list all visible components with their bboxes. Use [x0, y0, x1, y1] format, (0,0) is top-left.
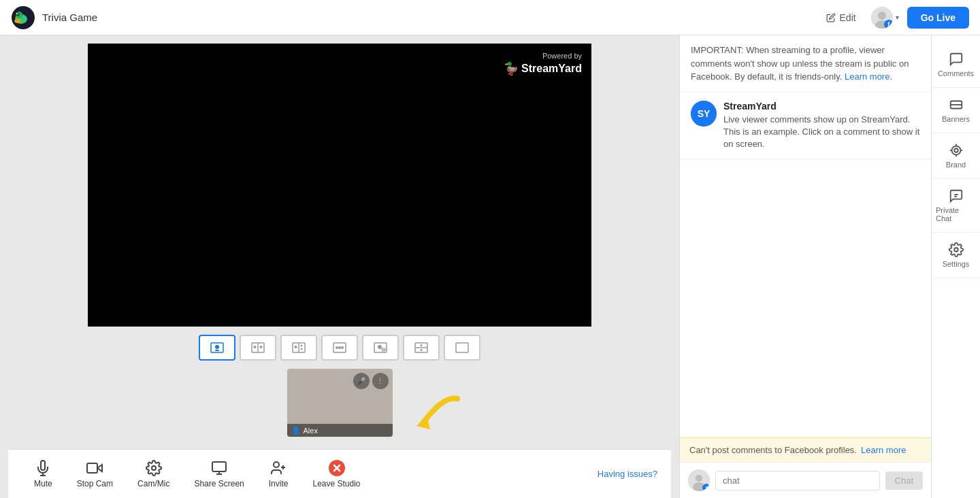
svg-point-52 [696, 475, 702, 482]
svg-rect-40 [212, 462, 226, 471]
stop-cam-button[interactable]: Stop Cam [65, 454, 125, 494]
svg-point-15 [254, 346, 257, 348]
thumb-mic-btn[interactable]: 🎤 [353, 373, 370, 389]
chat-send-button[interactable]: Chat [885, 471, 923, 490]
layout-blank[interactable] [444, 335, 480, 361]
share-screen-button[interactable]: Share Screen [182, 454, 256, 494]
svg-point-64 [954, 248, 958, 252]
notification-bar: IMPORTANT: When streaming to a profile, … [680, 35, 931, 93]
participant-thumbnail[interactable]: 🎤 ⋮ 👤 Alex [287, 369, 393, 437]
go-live-button[interactable]: Go Live [907, 7, 969, 29]
svg-rect-38 [87, 463, 97, 473]
sidebar-item-brand[interactable]: Brand [932, 133, 980, 179]
edit-button[interactable]: Edit [819, 8, 863, 27]
svg-point-43 [274, 462, 279, 467]
mute-label: Mute [34, 479, 52, 488]
layout-side-by-side[interactable] [240, 335, 276, 361]
stop-cam-label: Stop Cam [77, 479, 113, 488]
svg-point-20 [301, 345, 303, 347]
leave-studio-label: Leave Studio [312, 479, 360, 488]
svg-rect-28 [382, 348, 385, 351]
svg-text:SY: SY [698, 108, 710, 119]
svg-point-21 [301, 348, 303, 350]
mute-button[interactable]: Mute [22, 454, 65, 494]
svg-point-25 [341, 346, 344, 349]
profile-area[interactable]: f ▾ [871, 7, 899, 29]
header-right: Edit f ▾ Go Live [819, 7, 969, 29]
edit-label: Edit [840, 12, 856, 23]
comment-item[interactable]: SY StreamYard Live viewer comments show … [680, 93, 931, 160]
bottom-notice: Can't post comments to Facebook profiles… [680, 437, 931, 462]
chat-avatar: f [688, 469, 710, 491]
comment-author: StreamYard [723, 101, 920, 112]
layout-two-plus[interactable] [280, 335, 317, 361]
participants-row: 🎤 ⋮ 👤 Alex [287, 369, 393, 442]
layout-pip[interactable] [362, 335, 399, 361]
svg-point-23 [336, 346, 338, 349]
bottom-toolbar: Mute Stop Cam Cam/Mic [8, 449, 671, 498]
svg-point-4 [16, 12, 20, 16]
svg-point-31 [421, 344, 423, 346]
sidebar-item-banners[interactable]: Banners [932, 88, 980, 133]
logo-icon [11, 5, 35, 30]
comment-text: Live viewer comments show up on StreamYa… [723, 114, 920, 151]
thumb-more-btn[interactable]: ⋮ [372, 373, 389, 389]
thumb-controls: 🎤 ⋮ [353, 373, 389, 389]
svg-point-24 [338, 346, 341, 349]
svg-point-19 [295, 346, 297, 348]
svg-marker-37 [97, 465, 102, 471]
svg-rect-33 [456, 343, 468, 352]
video-preview: Powered by 🦆 StreamYard [88, 44, 591, 327]
facebook-badge: f [884, 20, 893, 29]
chat-area [680, 159, 931, 437]
learn-more-link-2[interactable]: Learn more [861, 445, 906, 455]
sidebar-banners-label: Banners [942, 115, 970, 123]
leave-studio-button[interactable]: Leave Studio [300, 454, 372, 494]
invite-label: Invite [269, 479, 289, 488]
svg-point-27 [378, 345, 382, 349]
powered-by-logo: 🦆 StreamYard [504, 61, 582, 76]
sidebar-private-chat-label: Private Chat [936, 206, 976, 222]
arrow-indicator [410, 392, 464, 435]
sidebar-item-settings[interactable]: Settings [932, 233, 980, 278]
layout-single[interactable] [199, 335, 235, 361]
svg-point-3 [14, 19, 21, 23]
svg-point-57 [951, 146, 960, 155]
main-area: Powered by 🦆 StreamYard [0, 35, 980, 498]
having-issues-link[interactable]: Having issues? [598, 469, 657, 479]
svg-point-39 [152, 466, 156, 470]
invite-button[interactable]: Invite [257, 454, 301, 494]
chat-avatar-fb-badge: f [702, 484, 710, 491]
svg-point-56 [954, 148, 958, 152]
sidebar-settings-label: Settings [943, 260, 970, 268]
svg-rect-12 [215, 350, 219, 351]
sidebar-brand-label: Brand [946, 161, 966, 169]
participant-name: 👤 Alex [287, 424, 393, 437]
comment-body: StreamYard Live viewer comments show up … [723, 101, 920, 151]
sidebar-item-comments[interactable]: Comments [932, 42, 980, 88]
cam-mic-button[interactable]: Cam/Mic [125, 454, 182, 494]
comments-panel: IMPORTANT: When streaming to a profile, … [680, 35, 931, 498]
sidebar-item-private-chat[interactable]: Private Chat [932, 179, 980, 233]
header-left: Trivia Game [11, 5, 97, 30]
layout-buttons [199, 335, 480, 361]
cam-mic-label: Cam/Mic [137, 479, 169, 488]
learn-more-link[interactable]: Learn more [845, 71, 889, 82]
svg-point-8 [878, 12, 886, 20]
studio-area: Powered by 🦆 StreamYard [0, 35, 679, 498]
bottom-notice-text: Can't post comments to Facebook profiles… [689, 445, 857, 455]
powered-by-label: Powered by [504, 52, 582, 60]
right-panel: IMPORTANT: When streaming to a profile, … [679, 35, 931, 498]
layout-stacked[interactable] [403, 335, 440, 361]
svg-point-5 [16, 13, 18, 14]
layout-three[interactable] [321, 335, 358, 361]
powered-by: Powered by 🦆 StreamYard [504, 52, 582, 76]
chat-input[interactable] [715, 471, 880, 491]
svg-point-16 [260, 346, 263, 348]
share-screen-label: Share Screen [194, 479, 244, 488]
chat-input-row: f Chat [680, 462, 931, 498]
comment-avatar: SY [691, 101, 717, 127]
chevron-down-icon: ▾ [896, 14, 899, 21]
svg-point-11 [215, 345, 219, 349]
header: Trivia Game Edit f ▾ Go Live [0, 0, 980, 35]
